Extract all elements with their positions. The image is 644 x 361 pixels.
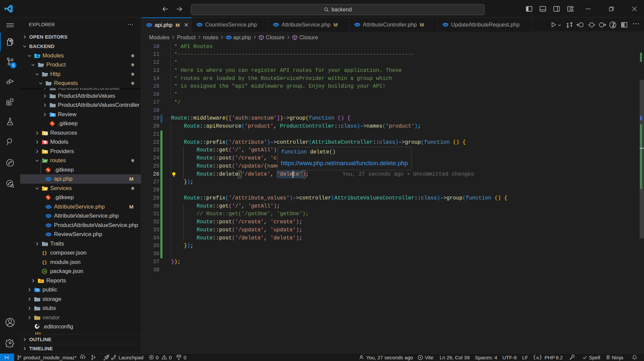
svg-text:JS: JS xyxy=(43,270,46,273)
